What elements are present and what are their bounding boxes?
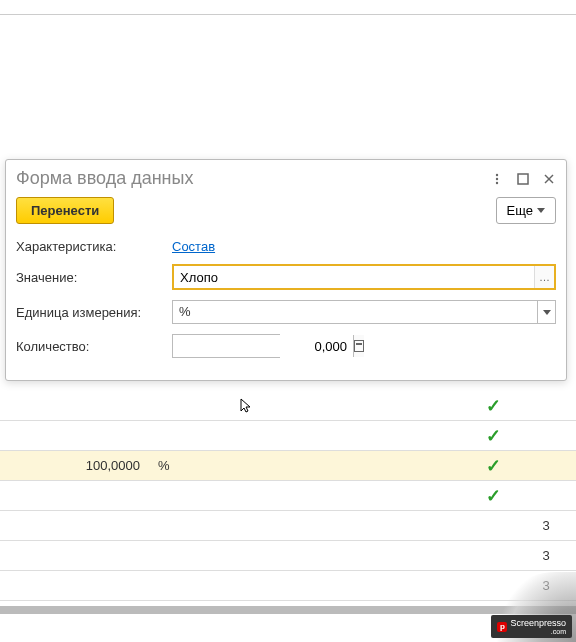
value-label: Значение: — [16, 270, 172, 285]
watermark-logo: p — [497, 622, 507, 632]
quantity-input-wrap — [172, 334, 280, 358]
window-controls — [490, 172, 556, 186]
unit-label: Единица измерения: — [16, 305, 172, 320]
table-row[interactable]: 3 — [0, 511, 576, 541]
check-icon: ✓ — [486, 455, 501, 477]
svg-point-2 — [496, 181, 498, 183]
watermark: p Screenpresso.com — [456, 592, 576, 642]
check-icon: ✓ — [486, 395, 501, 417]
cell-unit: % — [150, 458, 350, 473]
cell-right: 3 — [516, 548, 576, 563]
table-row[interactable]: ✓ — [0, 421, 576, 451]
data-entry-dialog: Форма ввода данных Перенести Еще Характе… — [5, 159, 567, 381]
value-row: Значение: … — [6, 259, 566, 295]
check-icon: ✓ — [486, 425, 501, 447]
unit-row: Единица измерения: % — [6, 295, 566, 329]
calculator-button[interactable] — [353, 335, 364, 357]
toolbar: Перенести Еще — [6, 193, 566, 234]
svg-rect-3 — [518, 174, 528, 184]
cell-check: ✓ — [470, 395, 516, 417]
background-grid: ✓✓100,0000%✓✓333 — [0, 391, 576, 601]
cell-number: 100,0000 — [0, 458, 150, 473]
characteristic-label: Характеристика: — [16, 239, 172, 254]
close-icon[interactable] — [542, 172, 556, 186]
table-row[interactable]: ✓ — [0, 481, 576, 511]
characteristic-link[interactable]: Состав — [172, 239, 215, 254]
check-icon: ✓ — [486, 485, 501, 507]
unit-dropdown-button[interactable] — [537, 301, 555, 323]
quantity-label: Количество: — [16, 339, 172, 354]
menu-icon[interactable] — [490, 172, 504, 186]
table-row[interactable]: ✓ — [0, 391, 576, 421]
dialog-title: Форма ввода данных — [16, 168, 490, 189]
more-button-label: Еще — [507, 203, 533, 218]
maximize-icon[interactable] — [516, 172, 530, 186]
calculator-icon — [354, 340, 364, 352]
value-input[interactable] — [174, 266, 534, 288]
cell-check: ✓ — [470, 425, 516, 447]
quantity-input[interactable] — [173, 335, 353, 357]
characteristic-row: Характеристика: Состав — [6, 234, 566, 259]
chevron-down-icon — [543, 310, 551, 315]
unit-value: % — [173, 301, 537, 323]
top-divider — [0, 14, 576, 15]
transfer-button[interactable]: Перенести — [16, 197, 114, 224]
svg-point-1 — [496, 177, 498, 179]
chevron-down-icon — [537, 208, 545, 213]
value-input-wrap: … — [172, 264, 556, 290]
watermark-text: Screenpresso.com — [510, 618, 566, 635]
unit-select[interactable]: % — [172, 300, 556, 324]
table-row[interactable]: 100,0000%✓ — [0, 451, 576, 481]
watermark-badge: p Screenpresso.com — [491, 615, 572, 638]
more-button[interactable]: Еще — [496, 197, 556, 224]
table-row[interactable]: 3 — [0, 541, 576, 571]
cell-check: ✓ — [470, 455, 516, 477]
dialog-header: Форма ввода данных — [6, 160, 566, 193]
quantity-row: Количество: — [6, 329, 566, 363]
svg-point-0 — [496, 173, 498, 175]
cell-check: ✓ — [470, 485, 516, 507]
value-select-button[interactable]: … — [534, 266, 554, 288]
cell-right: 3 — [516, 518, 576, 533]
